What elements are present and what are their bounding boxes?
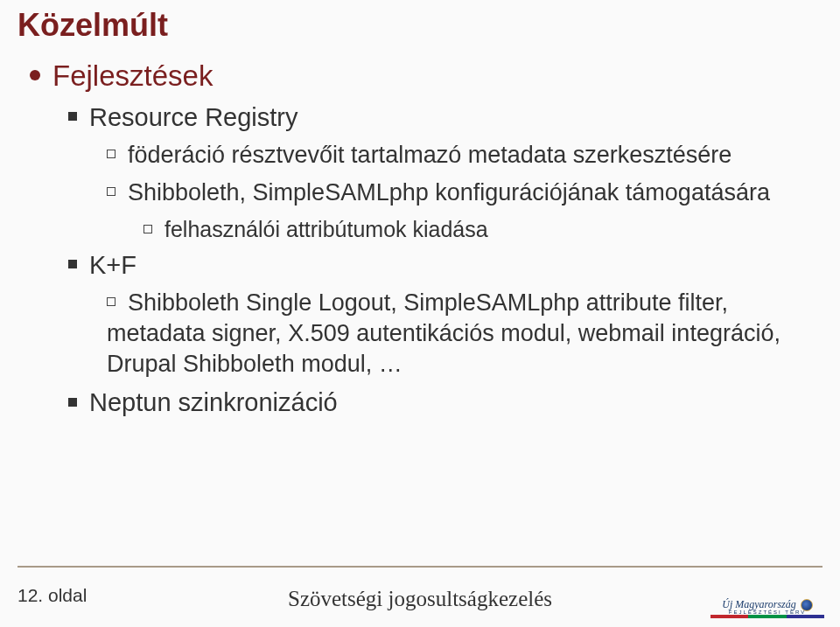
bullet-text: K+F xyxy=(89,251,136,279)
logo-title-text: Új Magyarország xyxy=(722,598,796,610)
bullet-text: Shibboleth Single Logout, SimpleSAMLphp … xyxy=(107,289,780,377)
slide: Közelmúlt Fejlesztések Resource Registry… xyxy=(0,0,840,627)
bullet-text: Shibboleth, SimpleSAMLphp konfigurációjá… xyxy=(128,179,770,206)
bullet-lvl1: Fejlesztések xyxy=(30,59,822,93)
open-square-icon xyxy=(107,150,116,158)
square-icon xyxy=(68,260,77,268)
bullet-text: föderáció résztvevőit tartalmazó metadat… xyxy=(128,142,732,168)
slide-content: Fejlesztések Resource Registry föderáció… xyxy=(18,59,822,419)
open-square-icon xyxy=(144,225,152,233)
bullet-text: Resource Registry xyxy=(89,103,298,131)
bullet-lvl3: Shibboleth, SimpleSAMLphp konfigurációjá… xyxy=(107,178,822,208)
bullet-text: Neptun szinkronizáció xyxy=(89,388,338,416)
disc-icon xyxy=(30,70,40,80)
square-icon xyxy=(68,398,77,407)
bullet-lvl3: Shibboleth Single Logout, SimpleSAMLphp … xyxy=(107,288,822,380)
open-square-icon xyxy=(107,297,116,306)
bullet-lvl4: felhasználói attribútumok kiadása xyxy=(144,215,822,244)
footer-divider xyxy=(18,566,822,568)
logo: Új Magyarország FEJLESZTÉSI TERV xyxy=(710,598,824,618)
open-square-icon xyxy=(107,187,116,196)
bullet-lvl2: Resource Registry xyxy=(68,101,822,133)
slide-title: Közelmúlt xyxy=(18,7,822,44)
bullet-lvl2: Neptun szinkronizáció xyxy=(68,387,822,418)
bullet-lvl2: K+F xyxy=(68,249,822,281)
bullet-text: felhasználói attribútumok kiadása xyxy=(164,217,488,241)
bullet-lvl3: föderáció résztvevőit tartalmazó metadat… xyxy=(107,140,822,171)
square-icon xyxy=(68,112,77,121)
footer: 12. oldal Szövetségi jogosultságkezelés … xyxy=(0,566,840,627)
bullet-text: Fejlesztések xyxy=(52,59,213,92)
tricolor-bar-icon xyxy=(710,615,824,618)
